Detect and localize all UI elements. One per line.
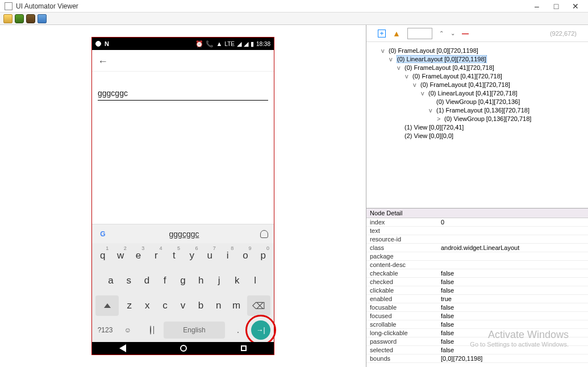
- nav-back-icon[interactable]: [119, 344, 126, 352]
- tree-node[interactable]: (2) View [0,0][0,0]: [370, 132, 585, 140]
- hierarchy-tree[interactable]: v (0) FrameLayout [0,0][720,1198]v (0) L…: [366, 42, 588, 208]
- text-input[interactable]: gggcggc: [98, 89, 268, 101]
- key-s[interactable]: s: [120, 270, 137, 291]
- android-navbar: [92, 342, 274, 355]
- key-d[interactable]: d: [139, 270, 156, 291]
- window-minimize-button[interactable]: [532, 2, 541, 11]
- key-k[interactable]: k: [228, 270, 245, 291]
- tree-node[interactable]: v (0) FrameLayout [0,41][720,718]: [370, 81, 585, 89]
- detail-row: clickablefalse: [366, 286, 588, 295]
- signal-icon: ◢: [237, 40, 241, 48]
- network-label: LTE: [224, 41, 235, 47]
- dimensions-label: (922,672): [550, 30, 577, 37]
- clear-button[interactable]: —: [462, 30, 469, 37]
- detail-row: passwordfalse: [366, 337, 588, 346]
- detail-row: text: [366, 227, 588, 235]
- tree-node[interactable]: v (0) FrameLayout [0,0][720,1198]: [370, 47, 585, 55]
- node-detail-table: index0textresource-idclassandroid.widget…: [366, 218, 588, 363]
- tree-node[interactable]: v (0) FrameLayout [0,41][720,718]: [370, 64, 585, 72]
- detail-row: focusedfalse: [366, 312, 588, 320]
- key-u[interactable]: 7u: [201, 245, 218, 266]
- tree-node[interactable]: (0) ViewGroup [0,41][720,136]: [370, 98, 585, 106]
- detail-row: bounds[0,0][720,1198]: [366, 355, 588, 363]
- window-maximize-button[interactable]: [552, 2, 561, 11]
- tree-node[interactable]: v (0) LinearLayout [0,41][720,718]: [370, 89, 585, 98]
- google-icon[interactable]: G: [98, 229, 108, 239]
- tree-node[interactable]: > (0) ViewGroup [0,136][720,718]: [370, 115, 585, 123]
- key-f[interactable]: f: [156, 270, 173, 291]
- node-detail-header: Node Detail: [366, 208, 588, 218]
- key-j[interactable]: j: [211, 270, 228, 291]
- search-input[interactable]: [407, 28, 432, 39]
- window-close-button[interactable]: [571, 2, 580, 11]
- nav-home-icon[interactable]: [180, 345, 187, 352]
- key-w[interactable]: 2w: [112, 245, 128, 266]
- tree-node[interactable]: v (0) FrameLayout [0,41][720,718]: [370, 72, 585, 81]
- key-a[interactable]: a: [102, 270, 119, 291]
- language-key[interactable]: [141, 326, 160, 334]
- detail-row: selectedfalse: [366, 346, 588, 355]
- signal-icon-2: ◢: [244, 40, 248, 48]
- key-g[interactable]: g: [174, 270, 191, 291]
- detail-row: classandroid.widget.LinearLayout: [366, 244, 588, 252]
- detail-row: checkedfalse: [366, 278, 588, 286]
- key-r[interactable]: 4r: [148, 245, 164, 266]
- android-statusbar: N ⏰ 📞 ▲ LTE ◢ ◢ ▮ 18:38: [92, 37, 274, 50]
- key-n[interactable]: n: [210, 295, 227, 316]
- detail-row: index0: [366, 218, 588, 227]
- search-prev-button[interactable]: ⌃: [439, 30, 444, 36]
- back-arrow-icon[interactable]: ←: [98, 56, 108, 66]
- screenshot-pane: N ⏰ 📞 ▲ LTE ◢ ◢ ▮ 18:38 ← gggcggc: [0, 25, 366, 367]
- status-dot-icon: [95, 41, 101, 47]
- tree-node[interactable]: v (1) FrameLayout [0,136][720,718]: [370, 106, 585, 115]
- key-o[interactable]: 9o: [237, 245, 253, 266]
- key-x[interactable]: x: [139, 295, 156, 316]
- enter-key[interactable]: →|: [251, 320, 270, 340]
- key-m[interactable]: m: [228, 295, 244, 316]
- alarm-icon: ⏰: [195, 40, 203, 48]
- call-icon: 📞: [206, 40, 214, 48]
- period-key[interactable]: .: [228, 325, 248, 335]
- key-i[interactable]: 8i: [219, 245, 236, 266]
- key-q[interactable]: 1q: [94, 245, 111, 266]
- space-key[interactable]: English: [164, 322, 225, 339]
- suggestion-text[interactable]: gggcggc: [108, 230, 260, 239]
- backspace-key[interactable]: ⌫: [247, 295, 270, 316]
- mic-icon[interactable]: [260, 230, 268, 238]
- save-icon[interactable]: [37, 14, 47, 23]
- tree-node[interactable]: v (0) LinearLayout [0,0][720,1198]: [370, 55, 585, 64]
- key-h[interactable]: h: [193, 270, 210, 291]
- battery-icon: ▮: [251, 40, 254, 48]
- shift-key[interactable]: [95, 295, 119, 316]
- nav-recent-icon[interactable]: [241, 345, 247, 351]
- key-z[interactable]: z: [121, 295, 137, 316]
- window-titlebar: UI Automator Viewer: [0, 0, 588, 12]
- device-dump-compressed-icon[interactable]: [26, 14, 35, 23]
- detail-row: content-desc: [366, 261, 588, 269]
- open-folder-icon[interactable]: [3, 14, 12, 23]
- detail-row: scrollablefalse: [366, 320, 588, 329]
- tree-toolbar: + ▲ ⌃ ⌄ — (922,672): [366, 25, 588, 42]
- emoji-key[interactable]: ☺: [118, 326, 137, 334]
- tree-node[interactable]: (1) View [0,0][720,41]: [370, 123, 585, 132]
- key-b[interactable]: b: [193, 295, 209, 316]
- expand-all-button[interactable]: +: [378, 30, 386, 37]
- key-c[interactable]: c: [157, 295, 173, 316]
- device-screenshot[interactable]: N ⏰ 📞 ▲ LTE ◢ ◢ ▮ 18:38 ← gggcggc: [91, 37, 274, 355]
- key-e[interactable]: 3e: [130, 245, 147, 266]
- app-toolbar: ←: [92, 50, 274, 72]
- clock-label: 18:38: [256, 41, 270, 47]
- key-y[interactable]: 6y: [184, 245, 200, 266]
- key-t[interactable]: 5t: [166, 245, 182, 266]
- search-next-button[interactable]: ⌄: [451, 30, 455, 36]
- symbols-key[interactable]: ?123: [95, 326, 115, 334]
- highlight-circle: [245, 315, 276, 345]
- naf-toggle-button[interactable]: ▲: [393, 30, 401, 37]
- app-icon: [5, 2, 12, 10]
- device-dump-icon[interactable]: [15, 14, 24, 23]
- key-l[interactable]: l: [247, 270, 264, 291]
- detail-row: focusablefalse: [366, 303, 588, 312]
- key-p[interactable]: 0p: [255, 245, 272, 266]
- soft-keyboard: G gggcggc 1q2w3e4r5t6y7u8i9o0p asdfghjkl…: [92, 224, 274, 342]
- key-v[interactable]: v: [174, 295, 191, 316]
